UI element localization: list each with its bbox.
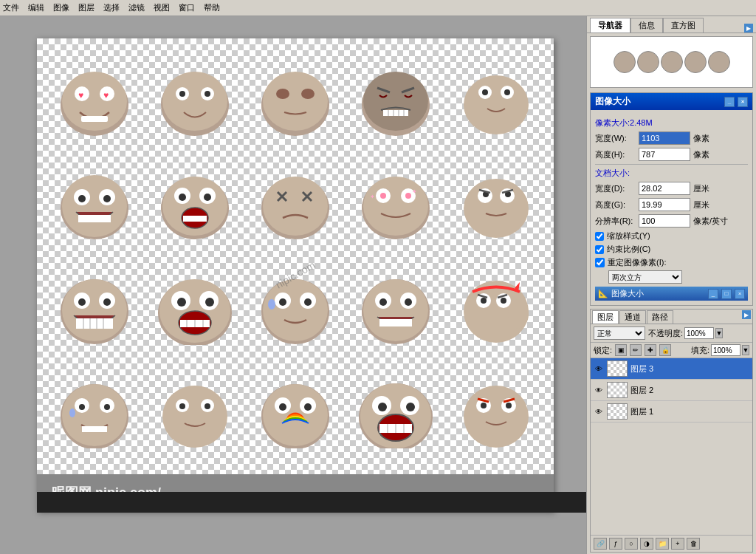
resolution-row: 分辨率(R): 像素/英寸 [595, 214, 748, 228]
thumb-1 [614, 51, 636, 73]
svg-point-52 [363, 177, 428, 236]
menu-edit[interactable]: 编辑 [28, 2, 44, 13]
layer-mask-btn[interactable]: ○ [625, 538, 638, 550]
doc-height-input[interactable] [639, 198, 690, 211]
layer-item-2[interactable]: 👁 图层 2 [591, 380, 752, 401]
emoji-4 [346, 46, 446, 149]
svg-point-65 [62, 279, 127, 341]
svg-point-34 [78, 195, 86, 202]
fill-input[interactable] [711, 344, 740, 356]
adjustment-layer-btn[interactable]: ◑ [640, 538, 653, 550]
emoji-11 [44, 253, 145, 356]
width-input[interactable] [639, 131, 690, 145]
layer-3-name: 图层 3 [630, 363, 653, 375]
opacity-label: 不透明度: [648, 328, 683, 339]
doc-height-row: 高度(G): 厘米 [595, 198, 748, 211]
layers-options-arrow[interactable]: ▶ [742, 310, 751, 319]
svg-point-104 [481, 298, 487, 304]
layer-2-eye[interactable]: 👁 [594, 385, 604, 395]
svg-point-112 [69, 408, 75, 417]
doc-height-label: 高度(G): [595, 199, 636, 211]
doc-width-input[interactable] [639, 182, 690, 195]
resample-select[interactable]: 两次立方 [608, 270, 682, 284]
menu-help[interactable]: 帮助 [204, 2, 220, 13]
lock-transparency-btn[interactable]: ▣ [615, 344, 627, 356]
black-bar [37, 492, 586, 513]
right-panel: 导航器 信息 直方图 ▶ 图像大小 _ × [586, 16, 756, 554]
svg-point-11 [179, 91, 185, 97]
image-size-content: 像素大小:2.48M 宽度(W): 像素 高度(H): 像素 文档大小: 宽度(… [591, 110, 752, 305]
svg-point-98 [405, 298, 412, 306]
emoji-5 [446, 46, 546, 149]
lock-label: 锁定: [594, 345, 612, 356]
link-layers-btn[interactable]: 🔗 [594, 538, 607, 550]
mini-restore[interactable]: □ [721, 289, 732, 299]
tab-histogram[interactable]: 直方图 [663, 18, 704, 33]
svg-point-28 [482, 89, 488, 95]
layer-item-1[interactable]: 👁 图层 1 [591, 401, 752, 423]
svg-point-97 [379, 298, 387, 306]
pixel-size-label: 像素大小:2.48M [595, 117, 748, 129]
height-input[interactable] [639, 148, 690, 161]
new-layer-btn[interactable]: + [671, 538, 684, 550]
opacity-input[interactable] [684, 327, 714, 339]
lock-move-btn[interactable]: ✚ [645, 344, 656, 356]
tab-paths[interactable]: 路径 [647, 310, 673, 324]
tab-channels[interactable]: 通道 [619, 310, 646, 324]
blend-mode-select[interactable]: 正常 [594, 326, 645, 340]
svg-point-130 [406, 403, 415, 411]
layer-3-eye[interactable]: 👁 [594, 363, 604, 374]
resample-checkbox[interactable] [595, 258, 605, 267]
svg-point-14 [263, 72, 328, 131]
menu-layer[interactable]: 图层 [78, 2, 94, 13]
close-btn[interactable]: × [738, 97, 748, 107]
constrain-checkbox[interactable] [595, 245, 604, 254]
opacity-arrow[interactable]: ▼ [715, 328, 723, 338]
svg-point-41 [179, 194, 186, 201]
thumb-3 [661, 51, 683, 73]
menu-file[interactable]: 文件 [3, 2, 19, 13]
menu-select[interactable]: 选择 [103, 2, 120, 13]
svg-rect-36 [78, 215, 111, 222]
fill-row: 填充: ▼ [691, 344, 749, 356]
svg-point-18 [363, 72, 428, 131]
layer-style-btn[interactable]: ƒ [609, 538, 622, 550]
layers-list: 👁 图层 3 👁 图层 2 👁 图层 1 [591, 358, 752, 535]
layer-1-eye[interactable]: 👁 [594, 406, 604, 417]
delete-layer-btn[interactable]: 🗑 [687, 538, 700, 550]
layer-item-3[interactable]: 👁 图层 3 [591, 358, 752, 380]
doc-width-row: 宽度(D): 厘米 [595, 182, 748, 195]
svg-point-35 [103, 195, 111, 202]
layers-bottom-toolbar: 🔗 ƒ ○ ◑ 📁 + 🗑 [591, 535, 752, 552]
image-size-panel: 图像大小 _ × 像素大小:2.48M 宽度(W): 像素 高度(H): 像素 [590, 92, 753, 306]
emoji-18 [245, 356, 346, 459]
svg-point-101 [508, 299, 529, 329]
scale-styles-label: 缩放样式(Y) [607, 230, 650, 242]
emoji-14 [346, 253, 446, 356]
lock-paint-btn[interactable]: ✏ [630, 344, 642, 356]
svg-point-91 [304, 298, 312, 306]
fill-arrow[interactable]: ▼ [742, 345, 749, 355]
scale-styles-checkbox[interactable] [595, 232, 604, 241]
width-unit: 像素 [693, 133, 709, 144]
panel-options-arrow[interactable]: ▶ [744, 24, 753, 33]
menu-image[interactable]: 图像 [53, 2, 69, 13]
svg-point-140 [506, 403, 512, 408]
tab-layers[interactable]: 图层 [592, 310, 619, 324]
menu-view[interactable]: 视图 [154, 2, 170, 13]
mini-panel-title: 图像大小 [611, 288, 644, 299]
svg-rect-44 [183, 216, 207, 222]
minimize-btn[interactable]: _ [724, 97, 735, 107]
emoji-10 [446, 149, 546, 253]
tab-info[interactable]: 信息 [630, 18, 663, 33]
menu-window[interactable]: 窗口 [179, 2, 195, 13]
mini-close[interactable]: × [735, 289, 745, 299]
tab-navigator[interactable]: 导航器 [590, 18, 630, 33]
resolution-input[interactable] [639, 214, 690, 228]
mini-minimize[interactable]: _ [708, 289, 718, 299]
new-group-btn[interactable]: 📁 [656, 538, 669, 550]
svg-rect-99 [379, 319, 412, 326]
menu-filter[interactable]: 滤镜 [128, 2, 145, 13]
lock-all-btn[interactable]: 🔒 [659, 344, 671, 356]
layer-2-thumb [607, 382, 628, 398]
